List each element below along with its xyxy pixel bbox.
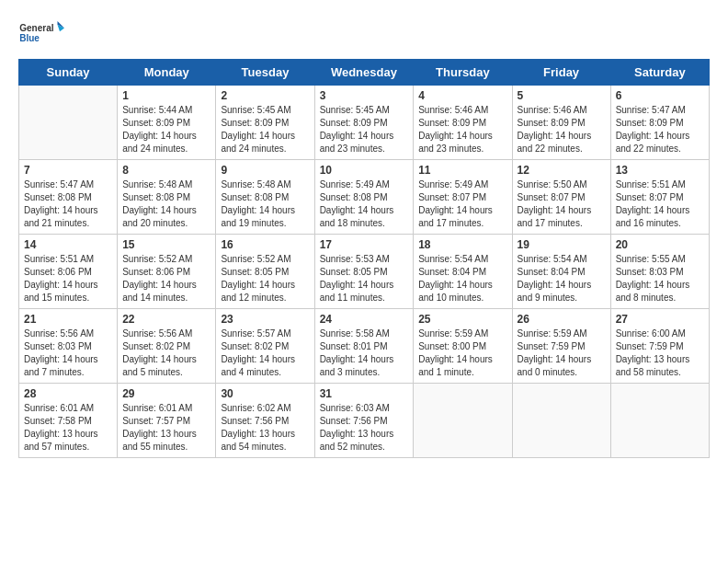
- calendar-cell: 23Sunrise: 5:57 AM Sunset: 8:02 PM Dayli…: [216, 309, 314, 384]
- calendar-cell: 30Sunrise: 6:02 AM Sunset: 7:56 PM Dayli…: [216, 384, 314, 458]
- day-number: 12: [518, 164, 606, 177]
- day-info: Sunrise: 5:59 AM Sunset: 8:00 PM Dayligh…: [418, 327, 506, 379]
- calendar-cell: [610, 384, 709, 458]
- day-info: Sunrise: 5:45 AM Sunset: 8:09 PM Dayligh…: [320, 104, 409, 155]
- week-row-5: 28Sunrise: 6:01 AM Sunset: 7:58 PM Dayli…: [19, 384, 710, 458]
- calendar-cell: 20Sunrise: 5:55 AM Sunset: 8:03 PM Dayli…: [610, 235, 709, 309]
- calendar-cell: 29Sunrise: 6:01 AM Sunset: 7:57 PM Dayli…: [118, 384, 216, 458]
- day-info: Sunrise: 6:01 AM Sunset: 7:57 PM Dayligh…: [122, 402, 210, 454]
- calendar-cell: 10Sunrise: 5:49 AM Sunset: 8:08 PM Dayli…: [314, 160, 414, 235]
- week-row-1: 1Sunrise: 5:44 AM Sunset: 8:09 PM Daylig…: [19, 86, 710, 160]
- week-row-4: 21Sunrise: 5:56 AM Sunset: 8:03 PM Dayli…: [19, 309, 710, 384]
- header: General Blue: [18, 15, 710, 52]
- day-info: Sunrise: 6:00 AM Sunset: 7:59 PM Dayligh…: [616, 327, 704, 379]
- svg-text:Blue: Blue: [19, 33, 40, 43]
- day-number: 16: [221, 238, 309, 251]
- calendar-cell: 5Sunrise: 5:46 AM Sunset: 8:09 PM Daylig…: [512, 86, 610, 160]
- weekday-header-wednesday: Wednesday: [314, 60, 414, 86]
- calendar-cell: 25Sunrise: 5:59 AM Sunset: 8:00 PM Dayli…: [414, 309, 512, 384]
- calendar-cell: 22Sunrise: 5:56 AM Sunset: 8:02 PM Dayli…: [118, 309, 216, 384]
- day-number: 3: [320, 89, 409, 102]
- calendar-cell: 19Sunrise: 5:54 AM Sunset: 8:04 PM Dayli…: [512, 235, 610, 309]
- day-number: 20: [616, 238, 704, 251]
- day-info: Sunrise: 6:01 AM Sunset: 7:58 PM Dayligh…: [24, 402, 112, 454]
- calendar-cell: 21Sunrise: 5:56 AM Sunset: 8:03 PM Dayli…: [19, 309, 118, 384]
- calendar-cell: [414, 384, 512, 458]
- weekday-header-friday: Friday: [512, 60, 610, 86]
- day-info: Sunrise: 6:03 AM Sunset: 7:56 PM Dayligh…: [320, 402, 409, 454]
- day-info: Sunrise: 5:50 AM Sunset: 8:07 PM Dayligh…: [518, 178, 606, 230]
- day-number: 19: [518, 238, 606, 251]
- weekday-header-tuesday: Tuesday: [216, 60, 314, 86]
- day-number: 23: [221, 313, 309, 326]
- day-info: Sunrise: 5:48 AM Sunset: 8:08 PM Dayligh…: [122, 178, 210, 230]
- day-number: 24: [320, 313, 409, 326]
- weekday-header-row: SundayMondayTuesdayWednesdayThursdayFrid…: [19, 60, 710, 86]
- weekday-header-saturday: Saturday: [610, 60, 709, 86]
- calendar-cell: 3Sunrise: 5:45 AM Sunset: 8:09 PM Daylig…: [314, 86, 414, 160]
- day-info: Sunrise: 5:51 AM Sunset: 8:07 PM Dayligh…: [616, 178, 704, 230]
- calendar-cell: 6Sunrise: 5:47 AM Sunset: 8:09 PM Daylig…: [610, 86, 709, 160]
- calendar-cell: 26Sunrise: 5:59 AM Sunset: 7:59 PM Dayli…: [512, 309, 610, 384]
- calendar-cell: 8Sunrise: 5:48 AM Sunset: 8:08 PM Daylig…: [118, 160, 216, 235]
- calendar-cell: [19, 86, 118, 160]
- day-number: 31: [320, 387, 409, 400]
- day-number: 22: [122, 313, 210, 326]
- day-info: Sunrise: 5:47 AM Sunset: 8:08 PM Dayligh…: [24, 178, 112, 230]
- logo-svg: General Blue: [18, 15, 64, 52]
- weekday-header-sunday: Sunday: [19, 60, 118, 86]
- calendar-cell: 2Sunrise: 5:45 AM Sunset: 8:09 PM Daylig…: [216, 86, 314, 160]
- calendar-cell: 31Sunrise: 6:03 AM Sunset: 7:56 PM Dayli…: [314, 384, 414, 458]
- day-number: 9: [221, 164, 309, 177]
- day-number: 10: [320, 164, 409, 177]
- day-info: Sunrise: 5:45 AM Sunset: 8:09 PM Dayligh…: [221, 104, 309, 155]
- day-number: 7: [24, 164, 112, 177]
- svg-text:General: General: [19, 23, 53, 33]
- day-info: Sunrise: 5:57 AM Sunset: 8:02 PM Dayligh…: [221, 327, 309, 379]
- day-number: 29: [122, 387, 210, 400]
- day-info: Sunrise: 6:02 AM Sunset: 7:56 PM Dayligh…: [221, 402, 309, 454]
- day-number: 5: [518, 89, 606, 102]
- calendar-cell: 7Sunrise: 5:47 AM Sunset: 8:08 PM Daylig…: [19, 160, 118, 235]
- calendar-cell: 4Sunrise: 5:46 AM Sunset: 8:09 PM Daylig…: [414, 86, 512, 160]
- logo: General Blue: [18, 15, 64, 52]
- weekday-header-thursday: Thursday: [414, 60, 512, 86]
- day-number: 17: [320, 238, 409, 251]
- day-number: 6: [616, 89, 704, 102]
- week-row-3: 14Sunrise: 5:51 AM Sunset: 8:06 PM Dayli…: [19, 235, 710, 309]
- day-number: 14: [24, 238, 112, 251]
- calendar-cell: 27Sunrise: 6:00 AM Sunset: 7:59 PM Dayli…: [610, 309, 709, 384]
- day-number: 4: [418, 89, 506, 102]
- day-number: 28: [24, 387, 112, 400]
- day-number: 2: [221, 89, 309, 102]
- day-number: 18: [418, 238, 506, 251]
- calendar-cell: 17Sunrise: 5:53 AM Sunset: 8:05 PM Dayli…: [314, 235, 414, 309]
- day-info: Sunrise: 5:51 AM Sunset: 8:06 PM Dayligh…: [24, 253, 112, 304]
- day-number: 25: [418, 313, 506, 326]
- calendar-cell: 18Sunrise: 5:54 AM Sunset: 8:04 PM Dayli…: [414, 235, 512, 309]
- day-info: Sunrise: 5:52 AM Sunset: 8:06 PM Dayligh…: [122, 253, 210, 304]
- day-number: 13: [616, 164, 704, 177]
- weekday-header-monday: Monday: [118, 60, 216, 86]
- day-info: Sunrise: 5:56 AM Sunset: 8:03 PM Dayligh…: [24, 327, 112, 379]
- day-info: Sunrise: 5:55 AM Sunset: 8:03 PM Dayligh…: [616, 253, 704, 304]
- day-info: Sunrise: 5:46 AM Sunset: 8:09 PM Dayligh…: [518, 104, 606, 155]
- calendar-cell: 12Sunrise: 5:50 AM Sunset: 8:07 PM Dayli…: [512, 160, 610, 235]
- day-info: Sunrise: 5:53 AM Sunset: 8:05 PM Dayligh…: [320, 253, 409, 304]
- day-info: Sunrise: 5:59 AM Sunset: 7:59 PM Dayligh…: [518, 327, 606, 379]
- calendar-cell: 13Sunrise: 5:51 AM Sunset: 8:07 PM Dayli…: [610, 160, 709, 235]
- day-info: Sunrise: 5:46 AM Sunset: 8:09 PM Dayligh…: [418, 104, 506, 155]
- day-info: Sunrise: 5:54 AM Sunset: 8:04 PM Dayligh…: [518, 253, 606, 304]
- calendar-cell: [512, 384, 610, 458]
- calendar-cell: 14Sunrise: 5:51 AM Sunset: 8:06 PM Dayli…: [19, 235, 118, 309]
- day-info: Sunrise: 5:49 AM Sunset: 8:08 PM Dayligh…: [320, 178, 409, 230]
- day-number: 8: [122, 164, 210, 177]
- calendar-table: SundayMondayTuesdayWednesdayThursdayFrid…: [18, 59, 710, 458]
- calendar-cell: 24Sunrise: 5:58 AM Sunset: 8:01 PM Dayli…: [314, 309, 414, 384]
- day-info: Sunrise: 5:54 AM Sunset: 8:04 PM Dayligh…: [418, 253, 506, 304]
- day-number: 21: [24, 313, 112, 326]
- day-number: 27: [616, 313, 704, 326]
- calendar-cell: 16Sunrise: 5:52 AM Sunset: 8:05 PM Dayli…: [216, 235, 314, 309]
- calendar-cell: 11Sunrise: 5:49 AM Sunset: 8:07 PM Dayli…: [414, 160, 512, 235]
- calendar-cell: 28Sunrise: 6:01 AM Sunset: 7:58 PM Dayli…: [19, 384, 118, 458]
